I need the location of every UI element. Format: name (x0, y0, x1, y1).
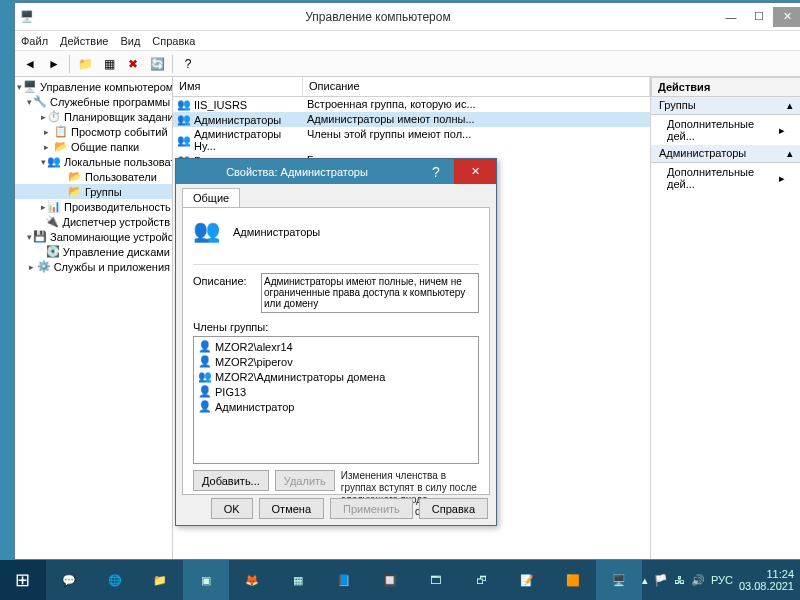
group-icon: 👥 (177, 98, 191, 111)
task-ie[interactable]: 🌐 (92, 560, 138, 600)
tree-services[interactable]: ▸⚙️Службы и приложения (15, 259, 172, 274)
member-item[interactable]: 👤PIG13 (196, 384, 476, 399)
tree-pane[interactable]: ▾🖥️Управление компьютером (л ▾🔧Служебные… (15, 77, 173, 559)
tree-diskmgr[interactable]: 💽Управление дисками (15, 244, 172, 259)
minimize-button[interactable]: — (717, 7, 745, 27)
tree-systools[interactable]: ▾🔧Служебные программы (15, 94, 172, 109)
task-app4[interactable]: 🗔 (413, 560, 459, 600)
task-firefox[interactable]: 🦊 (229, 560, 275, 600)
tree-perf[interactable]: ▸📊Производительность (15, 199, 172, 214)
tree-localusers[interactable]: ▾👥Локальные пользовате (15, 154, 172, 169)
menu-help[interactable]: Справка (152, 35, 195, 47)
window-title: Управление компьютером (39, 10, 717, 24)
forward-button[interactable]: ► (43, 53, 65, 75)
tree-tasksched[interactable]: ▸⏱️Планировщик заданий (15, 109, 172, 124)
member-item[interactable]: 👥MZOR2\Администраторы домена (196, 369, 476, 384)
tree-groups[interactable]: 📂Группы (15, 184, 172, 199)
member-item[interactable]: 👤MZOR2\piperov (196, 354, 476, 369)
user-icon: 👤 (198, 385, 212, 398)
tree-storage[interactable]: ▾💾Запоминающие устройс (15, 229, 172, 244)
menu-view[interactable]: Вид (120, 35, 140, 47)
task-viber[interactable]: 💬 (46, 560, 92, 600)
actions-pane: Действия Группы▴ Дополнительные дей...▸ … (651, 77, 800, 559)
ok-button[interactable]: OK (211, 498, 253, 519)
system-tray[interactable]: ▴ 🏳️ 🖧 🔊 РУС 11:24 03.08.2021 (642, 568, 800, 592)
toolbar: ◄ ► 📁 ▦ ✖ 🔄 ? (15, 51, 800, 77)
members-listbox[interactable]: 👤MZOR2\alexr14 👤MZOR2\piperov 👥MZOR2\Адм… (193, 336, 479, 464)
group-large-icon: 👥 (193, 218, 223, 246)
list-row[interactable]: 👥IIS_IUSRSВстроенная группа, которую ис.… (173, 97, 650, 112)
task-app2[interactable]: 📘 (321, 560, 367, 600)
dialog-close-button[interactable]: ✕ (454, 159, 496, 184)
group-name-label: Администраторы (233, 226, 320, 238)
dialog-title: Свойства: Администраторы (176, 166, 418, 178)
actions-group-groups[interactable]: Группы▴ (651, 97, 800, 115)
description-label: Описание: (193, 273, 253, 287)
dialog-help-button[interactable]: ? (418, 164, 454, 180)
apply-button[interactable]: Применить (330, 498, 413, 519)
maximize-button[interactable]: ☐ (745, 7, 773, 27)
group-icon: 👥 (198, 370, 212, 383)
titlebar[interactable]: 🖥️ Управление компьютером — ☐ ✕ (15, 3, 800, 31)
refresh-button[interactable]: 🔄 (146, 53, 168, 75)
col-desc[interactable]: Описание (303, 77, 650, 96)
list-row[interactable]: 👥АдминистраторыАдминистраторы имеют полн… (173, 112, 650, 127)
arrow-icon: ▸ (779, 172, 785, 185)
app-icon: 🖥️ (15, 10, 39, 23)
add-button[interactable]: Добавить... (193, 470, 269, 491)
arrow-icon: ▸ (779, 124, 785, 137)
list-row[interactable]: 👥Администраторы Hy...Члены этой группы и… (173, 127, 650, 153)
tree-devmgr[interactable]: 🔌Диспетчер устройств (15, 214, 172, 229)
start-button[interactable]: ⊞ (0, 560, 46, 600)
task-explorer[interactable]: 📁 (138, 560, 184, 600)
network-icon[interactable]: 🖧 (674, 574, 685, 586)
volume-icon[interactable]: 🔊 (691, 574, 705, 587)
back-button[interactable]: ◄ (19, 53, 41, 75)
tree-shared[interactable]: ▸📂Общие папки (15, 139, 172, 154)
task-app1[interactable]: ▦ (275, 560, 321, 600)
actions-more-2[interactable]: Дополнительные дей...▸ (651, 163, 800, 193)
actions-group-admins[interactable]: Администраторы▴ (651, 145, 800, 163)
collapse-icon: ▴ (787, 147, 793, 160)
user-icon: 👤 (198, 400, 212, 413)
task-app6[interactable]: 🟧 (550, 560, 596, 600)
group-icon: 👥 (177, 113, 191, 126)
dialog-titlebar[interactable]: Свойства: Администраторы ? ✕ (176, 159, 496, 184)
actions-more-1[interactable]: Дополнительные дей...▸ (651, 115, 800, 145)
member-item[interactable]: 👤Администратор (196, 399, 476, 414)
show-hide-button[interactable]: ▦ (98, 53, 120, 75)
task-cmd[interactable]: ▣ (183, 560, 229, 600)
flag-icon[interactable]: 🏳️ (654, 574, 668, 587)
cancel-button[interactable]: Отмена (259, 498, 324, 519)
taskbar: ⊞ 💬 🌐 📁 ▣ 🦊 ▦ 📘 🔲 🗔 🗗 📝 🟧 🖥️ ▴ 🏳️ 🖧 🔊 РУ… (0, 560, 800, 600)
remove-button[interactable]: Удалить (275, 470, 335, 491)
menu-file[interactable]: Файл (21, 35, 48, 47)
group-icon: 👥 (177, 134, 191, 147)
task-app3[interactable]: 🔲 (367, 560, 413, 600)
members-label: Члены группы: (193, 321, 479, 333)
menu-action[interactable]: Действие (60, 35, 108, 47)
user-icon: 👤 (198, 340, 212, 353)
up-button[interactable]: 📁 (74, 53, 96, 75)
task-mmc[interactable]: 🖥️ (596, 560, 642, 600)
clock[interactable]: 11:24 03.08.2021 (739, 568, 794, 592)
help-button[interactable]: ? (177, 53, 199, 75)
close-button[interactable]: ✕ (773, 7, 800, 27)
tree-users[interactable]: 📂Пользователи (15, 169, 172, 184)
tray-expand-icon[interactable]: ▴ (642, 574, 648, 587)
member-item[interactable]: 👤MZOR2\alexr14 (196, 339, 476, 354)
language-indicator[interactable]: РУС (711, 574, 733, 586)
description-field[interactable] (261, 273, 479, 313)
task-word[interactable]: 📝 (504, 560, 550, 600)
properties-dialog: Свойства: Администраторы ? ✕ Общие 👥 Адм… (175, 158, 497, 526)
tree-root[interactable]: ▾🖥️Управление компьютером (л (15, 79, 172, 94)
task-app5[interactable]: 🗗 (458, 560, 504, 600)
tab-general[interactable]: Общие (182, 188, 240, 207)
delete-button[interactable]: ✖ (122, 53, 144, 75)
list-header: Имя Описание (173, 77, 650, 97)
menu-bar: Файл Действие Вид Справка (15, 31, 800, 51)
col-name[interactable]: Имя (173, 77, 303, 96)
help-button[interactable]: Справка (419, 498, 488, 519)
tree-eventviewer[interactable]: ▸📋Просмотр событий (15, 124, 172, 139)
collapse-icon: ▴ (787, 99, 793, 112)
